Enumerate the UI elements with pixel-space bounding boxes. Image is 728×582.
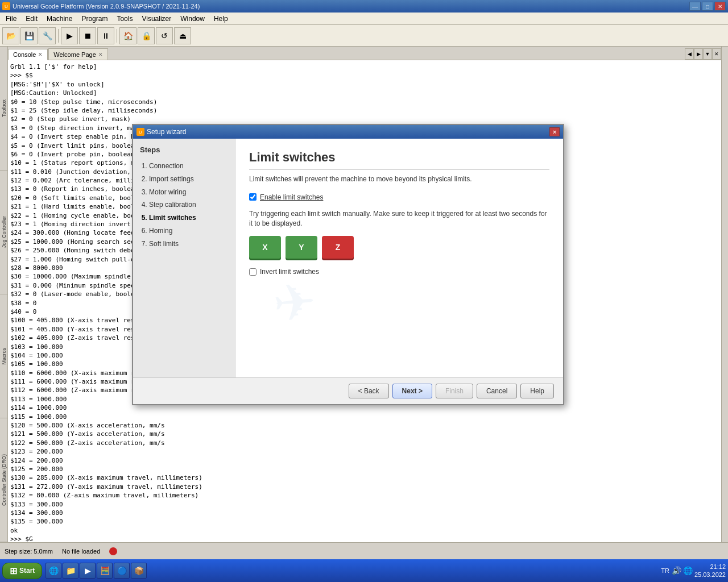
toolbar-home[interactable]: 🏠 bbox=[119, 27, 136, 44]
step-3[interactable]: Motor wiring bbox=[149, 186, 228, 199]
invert-limit-switches-label[interactable]: Invert limit switches bbox=[260, 268, 319, 276]
console-line: $132 = 80.000 (Z-axis maximum travel, mi… bbox=[10, 491, 719, 500]
menu-edit[interactable]: Edit bbox=[21, 14, 42, 24]
step-5[interactable]: Limit switches bbox=[149, 211, 228, 225]
connection-indicator bbox=[109, 547, 117, 555]
dialog-body: Steps Connection Import settings Motor w… bbox=[133, 139, 563, 377]
menu-program[interactable]: Program bbox=[77, 14, 112, 24]
console-line: $135 = 300.000 bbox=[10, 517, 719, 526]
cancel-button[interactable]: Cancel bbox=[477, 384, 517, 398]
enable-limit-switches-checkbox[interactable] bbox=[249, 193, 257, 201]
taskbar-tray: TR 🔊 🌐 21:12 25.03.2022 bbox=[661, 563, 726, 579]
step-6[interactable]: Homing bbox=[149, 225, 228, 238]
finish-button[interactable]: Finish bbox=[436, 384, 473, 398]
console-line: $130 = 285.000 (X-axis maximum travel, m… bbox=[10, 473, 719, 482]
step-1[interactable]: Connection bbox=[149, 160, 228, 173]
console-line: $122 = 500.000 (Z-axis acceleration, mm/… bbox=[10, 439, 719, 447]
toolbar-stop[interactable]: ⏹ bbox=[79, 27, 96, 44]
menu-machine[interactable]: Machine bbox=[42, 14, 77, 24]
start-button[interactable]: ⊞ Start bbox=[2, 563, 42, 579]
console-line: $121 = 500.000 (Y-axis acceleration, mm/… bbox=[10, 430, 719, 438]
console-line: $120 = 500.000 (X-axis acceleration, mm/… bbox=[10, 421, 719, 430]
file-status-label: No file loaded bbox=[62, 548, 100, 555]
dialog-icon: U bbox=[136, 128, 144, 136]
setup-wizard-dialog: U Setup wizard ✕ Steps Connection Import… bbox=[132, 124, 564, 405]
console-line: [MSG:'$H'|'$X' to unlock] bbox=[10, 80, 719, 89]
tab-nav-menu[interactable]: ▼ bbox=[703, 48, 712, 60]
tab-console-close[interactable]: ✕ bbox=[38, 52, 43, 57]
toolbar-eject[interactable]: ⏏ bbox=[174, 27, 191, 44]
x-axis-button[interactable]: X bbox=[249, 236, 281, 259]
step-7[interactable]: Soft limits bbox=[149, 238, 228, 251]
tab-welcome-label: Welcome Page bbox=[53, 51, 96, 58]
tab-welcome[interactable]: Welcome Page ✕ bbox=[48, 48, 107, 60]
title-bar: U Universal Gcode Platform (Version 2.0.… bbox=[0, 0, 728, 13]
tab-nav-left[interactable]: ◀ bbox=[685, 48, 694, 60]
tab-console[interactable]: Console ✕ bbox=[8, 49, 48, 60]
close-button[interactable]: ✕ bbox=[714, 2, 726, 11]
menu-file[interactable]: File bbox=[1, 14, 21, 24]
toolbox-panel[interactable]: Toolbox bbox=[0, 47, 7, 171]
toolbar-new[interactable]: 📂 bbox=[2, 27, 19, 44]
tab-console-label: Console bbox=[13, 51, 36, 58]
app-title: Universal Gcode Platform (Version 2.0.9-… bbox=[13, 3, 200, 10]
dialog-title: Setup wizard bbox=[147, 128, 186, 136]
step-size-label: Step size: 5.0mm bbox=[5, 548, 53, 555]
dro-panel[interactable]: Controller State (DRO) bbox=[0, 418, 7, 542]
toolbar-open[interactable]: 💾 bbox=[20, 27, 38, 44]
menu-help[interactable]: Help bbox=[209, 14, 233, 24]
help-button[interactable]: Help bbox=[520, 384, 554, 398]
dialog-steps-sidebar: Steps Connection Import settings Motor w… bbox=[133, 139, 235, 377]
clock: 21:12 25.03.2022 bbox=[694, 563, 726, 579]
invert-limit-switches-checkbox[interactable] bbox=[249, 268, 257, 276]
step-4[interactable]: Step calibration bbox=[149, 198, 228, 211]
tray-time: 21:12 bbox=[694, 563, 726, 571]
toolbar-lock[interactable]: 🔒 bbox=[138, 27, 155, 44]
next-button[interactable]: Next > bbox=[392, 384, 432, 398]
enable-limit-switches-label[interactable]: Enable limit switches bbox=[260, 193, 323, 201]
steps-list: Connection Import settings Motor wiring … bbox=[140, 160, 228, 251]
console-line: $131 = 272.000 (Y-axis maximum travel, m… bbox=[10, 483, 719, 491]
tray-icon-1[interactable]: 🔊 bbox=[672, 566, 681, 575]
console-line: >>> $$ bbox=[10, 71, 719, 80]
taskbar-explorer[interactable]: 📁 bbox=[63, 563, 78, 579]
taskbar-box[interactable]: 📦 bbox=[131, 563, 147, 579]
tab-nav-right[interactable]: ▶ bbox=[694, 48, 703, 60]
toolbar-pause[interactable]: ⏸ bbox=[97, 27, 114, 44]
menu-visualizer[interactable]: Visualizer bbox=[137, 14, 176, 24]
tab-welcome-close[interactable]: ✕ bbox=[98, 52, 103, 57]
console-line: $1 = 25 (Step idle delay, milliseconds) bbox=[10, 106, 719, 115]
tray-date: 25.03.2022 bbox=[694, 571, 726, 579]
menu-window[interactable]: Window bbox=[176, 14, 209, 24]
toolbar: 📂 💾 🔧 ▶ ⏹ ⏸ 🏠 🔒 ↺ ⏏ bbox=[0, 25, 728, 47]
dialog-close-button[interactable]: ✕ bbox=[549, 127, 560, 136]
jog-controller-panel[interactable]: Jog Controller bbox=[0, 171, 7, 294]
section-title: Limit switches bbox=[249, 150, 549, 170]
taskbar-media[interactable]: ▶ bbox=[80, 563, 96, 579]
toolbar-run[interactable]: ▶ bbox=[61, 27, 78, 44]
toolbar-save[interactable]: 🔧 bbox=[39, 27, 56, 44]
step-2[interactable]: Import settings bbox=[149, 173, 228, 186]
back-button[interactable]: < Back bbox=[349, 384, 389, 398]
status-bar: Step size: 5.0mm No file loaded bbox=[0, 542, 728, 559]
macros-panel[interactable]: Macros bbox=[0, 294, 7, 418]
minimize-button[interactable]: — bbox=[689, 2, 701, 11]
taskbar-ie[interactable]: 🌐 bbox=[46, 563, 61, 579]
y-axis-button[interactable]: Y bbox=[286, 236, 317, 259]
dialog-main-content: Limit switches Limit switches will preve… bbox=[235, 139, 563, 377]
dialog-footer: < Back Next > Finish Cancel Help bbox=[133, 377, 563, 404]
tab-bar: Console ✕ Welcome Page ✕ ◀ ▶ ▼ ✕ bbox=[8, 47, 721, 60]
jog-controller-label: Jog Controller bbox=[1, 216, 7, 248]
z-axis-button[interactable]: Z bbox=[322, 236, 354, 259]
taskbar-calc[interactable]: 🧮 bbox=[97, 563, 113, 579]
section-description: Limit switches will prevent the machine … bbox=[249, 174, 549, 184]
console-line: $123 = 200.000 bbox=[10, 447, 719, 456]
tab-nav-close-all[interactable]: ✕ bbox=[712, 48, 721, 60]
maximize-button[interactable]: □ bbox=[702, 2, 713, 11]
taskbar: ⊞ Start 🌐 📁 ▶ 🧮 🔵 📦 TR 🔊 🌐 21:12 25.03.2… bbox=[0, 559, 728, 582]
toolbar-reset[interactable]: ↺ bbox=[156, 27, 173, 44]
taskbar-chrome[interactable]: 🔵 bbox=[114, 563, 130, 579]
tray-icon-2[interactable]: 🌐 bbox=[683, 566, 692, 575]
menu-tools[interactable]: Tools bbox=[112, 14, 137, 24]
toolbox-label: Toolbox bbox=[1, 99, 7, 117]
